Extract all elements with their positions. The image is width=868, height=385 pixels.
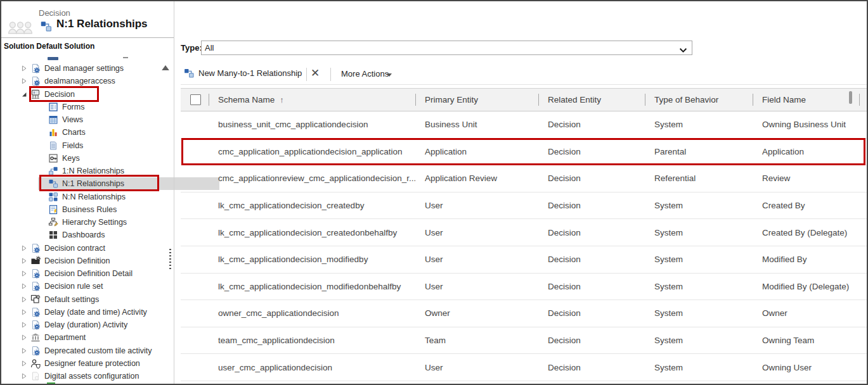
form-icon (48, 102, 58, 112)
clipped-tree-item-bottom (47, 382, 55, 384)
grid-row-team-cmc-applicationdecision[interactable]: team_cmc_applicationdecisionTeamDecision… (181, 327, 868, 355)
grid-row-lk-cmc-applicationdecision-modifiedonbeh[interactable]: lk_cmc_applicationdecision_modifiedonbeh… (181, 274, 868, 301)
cell-type-of-behavior: System (645, 192, 753, 219)
tree-item-label: Forms (62, 103, 84, 111)
tree-item-deprecated-custom-tile-activity[interactable]: Deprecated custom tile activity (1, 344, 191, 357)
tree-item-default-settings[interactable]: Default settings (1, 293, 191, 306)
cell-type-of-behavior: System (645, 354, 753, 381)
collapse-arrow-icon[interactable] (20, 269, 30, 278)
type-filter-select[interactable]: All (201, 41, 692, 55)
field-icon (48, 141, 58, 151)
collapse-arrow-icon[interactable] (20, 372, 30, 381)
tree-item-decision-contract[interactable]: Decision contract (1, 242, 191, 255)
grid-row-user-cmc-applicationdecision[interactable]: user_cmc_applicationdecisionUserDecision… (181, 354, 868, 381)
cell-type-of-behavior: System (645, 111, 753, 138)
new-many-to-one-relationship-button[interactable]: New Many-to-1 Relationship (183, 68, 302, 79)
column-header-field-name[interactable]: Field Name (753, 89, 859, 111)
cell-schema-name: team_cmc_applicationdecision (209, 327, 415, 354)
cell-field-name: Owning Business Unit (753, 111, 859, 138)
tree-item-decision-rule-set[interactable]: Decision rule set (1, 280, 191, 293)
more-actions-button[interactable]: More Actions (341, 69, 389, 79)
toolbar-bottom-divider (181, 84, 868, 85)
tree-item-label: Designer feature protection (44, 359, 140, 368)
grid-row-business-unit-cmc-applicationdecision[interactable]: business_unit_cmc_applicationdecisionBus… (181, 111, 868, 139)
row-checkbox-cell (181, 111, 209, 138)
column-header-schema-name[interactable]: Schema Name↑ (209, 89, 415, 111)
department-icon (30, 332, 41, 343)
row-checkbox-cell (181, 354, 209, 381)
page-gear-icon (30, 268, 41, 279)
grid-row-lk-cmc-applicationdecision-modifiedby[interactable]: lk_cmc_applicationdecision_modifiedbyUse… (181, 246, 868, 274)
cell-field-name: Application (753, 139, 859, 165)
solution-explorer-window: Decision N:1 Relationships Solution Defa… (0, 0, 868, 385)
tree-scrollbar-up-icon[interactable] (161, 63, 170, 70)
collapse-arrow-icon[interactable] (20, 333, 30, 342)
many-to-one-relationship-icon (183, 68, 195, 79)
cell-field-name: Modified By (753, 246, 859, 273)
tree-item-delay-duration-activity[interactable]: Delay (duration) Activity (1, 319, 191, 331)
collapse-arrow-icon[interactable] (20, 320, 30, 329)
cell-primary-entity: User (415, 274, 538, 300)
collapse-arrow-icon[interactable] (20, 282, 30, 291)
cell-schema-name: owner_cmc_applicationdecision (209, 300, 415, 327)
collapse-arrow-icon[interactable] (20, 244, 30, 253)
person-shield-icon (30, 358, 41, 369)
tree-item-label: N:1 Relationships (62, 179, 124, 188)
folder-gear-icon (30, 256, 41, 266)
collapse-arrow-icon[interactable] (20, 308, 30, 317)
tree-item-label: Delay (date and time) Activity (44, 308, 147, 317)
select-all-checkbox[interactable] (190, 94, 201, 105)
collapse-arrow-icon[interactable] (20, 295, 30, 304)
cell-type-of-behavior: Referential (645, 165, 753, 192)
tree-item-dealmanageraccess[interactable]: dealmanageraccess (1, 75, 191, 87)
grid-row-lk-cmc-applicationdecision-createdby[interactable]: lk_cmc_applicationdecision_createdbyUser… (181, 192, 868, 220)
grid-row-owner-cmc-applicationdecision[interactable]: owner_cmc_applicationdecisionOwnerDecisi… (181, 300, 868, 327)
tree-item-delay-date-and-time-activity[interactable]: Delay (date and time) Activity (1, 306, 191, 319)
collapse-arrow-icon[interactable] (20, 256, 30, 265)
more-actions-caret-icon (387, 73, 392, 77)
tree-item-label: dealmanageraccess (44, 77, 115, 85)
cell-type-of-behavior: Parental (645, 139, 753, 165)
type-filter-label: Type: (181, 43, 202, 53)
grid-row-lk-cmc-applicationdecision-createdonbeha[interactable]: lk_cmc_applicationdecision_createdonbeha… (181, 219, 868, 246)
cell-schema-name: lk_cmc_applicationdecision_createdby (209, 192, 415, 219)
column-header-primary-entity[interactable]: Primary Entity (415, 89, 538, 111)
column-header-type-of-behavior[interactable]: Type of Behavior (645, 89, 753, 111)
chart-icon (48, 127, 58, 137)
grid-row-cmc-applicationreview-cmc-applicationdec[interactable]: cmc_applicationreview_cmc_applicationdec… (181, 165, 868, 192)
column-header-related-entity[interactable]: Related Entity (538, 89, 645, 111)
cell-related-entity: Decision (538, 111, 645, 138)
tree-item-designer-feature-protection[interactable]: Designer feature protection (1, 357, 191, 370)
tree-item-label: N:N Relationships (62, 192, 126, 201)
tree-item-decision-definition[interactable]: Decision Definition (1, 255, 191, 267)
collapse-arrow-icon[interactable] (20, 64, 30, 73)
delete-button[interactable]: ✕ (311, 66, 320, 80)
cell-type-of-behavior: System (645, 246, 753, 273)
tree-item-decision-definition-detail[interactable]: Decision Definition Detail (1, 267, 191, 280)
tree-item-decision[interactable]: Decision (1, 88, 191, 101)
column-header-label: Field Name (762, 95, 806, 104)
panel-splitter-handle[interactable] (169, 249, 171, 269)
cell-primary-entity: User (415, 192, 538, 219)
tree-item-department[interactable]: Department (1, 331, 191, 344)
row-checkbox-cell (181, 192, 209, 219)
cell-schema-name: cmc_application_applicationdecision_appl… (209, 139, 415, 165)
tree-item-digital-assets-configuration[interactable]: Digital assets configuration (1, 370, 191, 382)
tree-item-label: Default settings (44, 295, 99, 304)
collapse-arrow-icon[interactable] (20, 77, 30, 85)
toolbar-separator (306, 68, 307, 81)
sort-ascending-icon: ↑ (280, 95, 284, 104)
cell-field-name: Review (753, 165, 859, 192)
collapse-arrow-icon[interactable] (20, 346, 30, 355)
cell-schema-name: business_unit_cmc_applicationdecision (209, 111, 415, 138)
cell-primary-entity: Team (415, 327, 538, 354)
grid-scrollbar-thumb[interactable] (849, 91, 852, 104)
cell-primary-entity: User (415, 246, 538, 273)
tree-item-label: Delay (duration) Activity (44, 320, 127, 329)
column-header-label: Type of Behavior (654, 95, 718, 104)
grid-row-cmc-application-applicationdecision-appl[interactable]: cmc_application_applicationdecision_appl… (181, 139, 868, 166)
expand-arrow-icon[interactable] (20, 90, 30, 99)
page-gear-icon (30, 281, 41, 291)
cell-field-name: Owning User (753, 354, 859, 381)
collapse-arrow-icon[interactable] (20, 359, 30, 368)
